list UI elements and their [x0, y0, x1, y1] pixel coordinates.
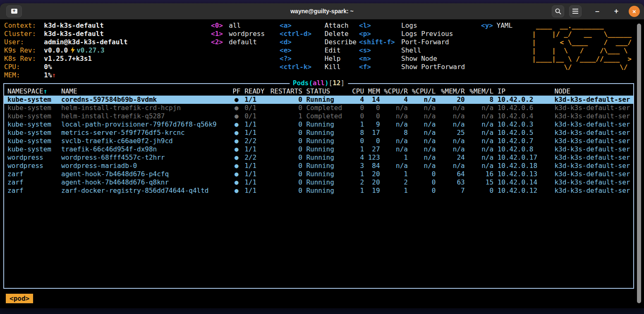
action-hotkey: <ctrl-k>Kill — [280, 63, 357, 71]
column-header[interactable]: IP — [498, 87, 551, 96]
cell-restarts: 0 — [271, 129, 302, 137]
table-row[interactable]: kube-systemsvclb-traefik-c66ae0f2-jh9cd●… — [4, 137, 633, 145]
cluster-info-value: admin@k3d-k3s-default — [44, 38, 127, 46]
cell-namespace: kube-system — [7, 120, 57, 129]
cluster-info-row: K9s Rev:v0.0.0v0.27.3 — [4, 46, 128, 55]
search-button[interactable] — [552, 5, 564, 17]
cluster-info-row: Cluster:k3d-k3s-default — [4, 30, 128, 38]
column-header[interactable]: %MEM/R — [440, 87, 465, 96]
column-header[interactable]: READY — [244, 87, 266, 96]
table-row[interactable]: zarfagent-hook-7b4648d676-q8knr●1/10Runn… — [4, 178, 633, 187]
hotkey-key: <f> — [359, 63, 401, 71]
hotkey-key: <0> — [211, 22, 229, 30]
maximize-button[interactable]: + — [611, 7, 621, 16]
cell-node: k3d-k3s-default-ser — [554, 112, 633, 120]
table-row[interactable]: kube-systemlocal-path-provisioner-79f67d… — [4, 120, 633, 129]
cell-mem-l: n/a — [469, 120, 493, 129]
cell-cpu-l: n/a — [412, 104, 436, 112]
column-header[interactable]: NODE — [554, 87, 633, 96]
hotkey-key: <n> — [359, 55, 401, 63]
cluster-info-row: Context:k3d-k3s-default — [4, 22, 128, 30]
action-hotkey: <?>Help — [280, 55, 357, 63]
scrollbar-thumb[interactable] — [637, 24, 641, 303]
table-row[interactable]: kube-systemcoredns-597584b69b-8vdmk●1/10… — [4, 96, 633, 104]
namespace-hotkeys: <0>all<1>wordpress<2>default — [211, 22, 265, 46]
new-tab-button[interactable] — [6, 5, 22, 17]
cell-status: Running — [306, 170, 348, 178]
resource-name: Pods — [293, 79, 309, 87]
cell-restarts: 0 — [271, 170, 302, 178]
cell-node: k3d-k3s-default-ser — [554, 178, 633, 187]
cluster-info-panel: Context:k3d-k3s-defaultCluster:k3d-k3s-d… — [4, 22, 128, 79]
cell-ready: 1/1 — [244, 162, 266, 170]
column-header[interactable]: %CPU/R — [384, 87, 408, 96]
cell-restarts: 0 — [271, 187, 302, 195]
cell-ip: 10.42.0.17 — [498, 153, 551, 162]
cell-mem-r: n/a — [440, 112, 465, 120]
column-header[interactable]: STATUS — [306, 87, 348, 96]
menu-button[interactable] — [569, 5, 582, 17]
cell-mem-l: 16 — [469, 170, 493, 178]
cell-mem-r: n/a — [440, 120, 465, 129]
table-row[interactable]: wordpresswordpress-mariadb-0●1/10Running… — [4, 162, 633, 170]
column-header[interactable]: %CPU/L — [412, 87, 436, 96]
pods-table-frame: Pods(all)[12] NAMESPACE↑NAMEPFREADYRESTA… — [3, 83, 634, 289]
hotkey-label: Help — [325, 55, 341, 62]
cell-node: k3d-k3s-default-ser — [554, 153, 633, 162]
pf-indicator-icon: ● — [232, 112, 240, 120]
cell-mem: 20 — [368, 178, 380, 187]
table-body: kube-systemcoredns-597584b69b-8vdmk●1/10… — [4, 96, 633, 195]
cell-cpu-l: n/a — [412, 162, 436, 170]
column-header[interactable]: %MEM/L — [469, 87, 493, 96]
cell-ip: 10.42.0.4 — [498, 112, 551, 120]
column-header[interactable]: RESTARTS — [271, 87, 302, 96]
cell-mem-l: n/a — [469, 145, 493, 153]
cell-cpu: 4 — [352, 96, 364, 104]
cell-ip: 10.42.0.18 — [498, 162, 551, 170]
minimize-button[interactable]: – — [592, 7, 602, 16]
cluster-info-value: k3d-k3s-default — [44, 30, 104, 38]
cell-ready: 1/1 — [244, 120, 266, 129]
resource-breadcrumb: <pod> — [6, 294, 33, 303]
cell-cpu: 2 — [352, 178, 364, 187]
action-hotkey: <d>Describe — [280, 38, 357, 46]
table-row[interactable]: kube-systemhelm-install-traefik-crd-hcpj… — [4, 104, 633, 112]
action-hotkey: <f>Show PortForward — [359, 63, 465, 71]
pods-table-title: Pods(all)[12] — [290, 79, 348, 87]
cell-name: local-path-provisioner-79f67d76f8-q56k9 — [61, 120, 229, 129]
search-icon — [555, 8, 562, 15]
column-header[interactable]: PF — [232, 87, 240, 96]
table-row[interactable]: zarfagent-hook-7b4648d676-p4cfq●1/10Runn… — [4, 170, 633, 178]
column-header[interactable]: MEM — [368, 87, 380, 96]
cell-ready: 2/2 — [244, 153, 266, 162]
new-tab-icon — [11, 9, 17, 14]
cell-mem-r: n/a — [440, 145, 465, 153]
cell-cpu-r: n/a — [384, 104, 408, 112]
column-header[interactable]: NAME — [61, 87, 229, 96]
hotkey-key: <2> — [211, 38, 229, 46]
cell-node: k3d-k3s-default-ser — [554, 96, 633, 104]
cell-restarts: 0 — [271, 178, 302, 187]
table-row[interactable]: wordpresswordpress-68fff4557c-t2hrr●2/20… — [4, 153, 633, 162]
cell-mem-l: n/a — [469, 162, 493, 170]
table-row[interactable]: zarfzarf-docker-registry-856dd74644-q4lt… — [4, 187, 633, 195]
table-row[interactable]: kube-systemmetrics-server-5f9f776df5-krc… — [4, 129, 633, 137]
hotkey-label: Port-Forward — [401, 38, 449, 46]
titlebar[interactable]: wayne@guilty-spark: ~ – + × — [0, 3, 644, 19]
cell-ready: 1/1 — [244, 129, 266, 137]
cell-namespace: kube-system — [7, 145, 57, 153]
cell-mem-l: 8 — [469, 96, 493, 104]
column-header[interactable]: CPU — [352, 87, 364, 96]
hotkey-label: all — [229, 22, 241, 29]
cell-ip: 10.42.0.2 — [498, 96, 551, 104]
pf-indicator-icon: ● — [232, 187, 240, 195]
table-row[interactable]: kube-systemhelm-install-traefik-q5287●0/… — [4, 112, 633, 120]
table-row[interactable]: kube-systemtraefik-66c46d954f-dx98n●1/10… — [4, 145, 633, 153]
pf-indicator-icon: ● — [232, 120, 240, 129]
close-button[interactable]: × — [629, 6, 640, 17]
cell-name: helm-install-traefik-crd-hcpjn — [61, 104, 229, 112]
cell-mem: 17 — [368, 129, 380, 137]
cell-mem-r: 20 — [440, 96, 465, 104]
column-header[interactable]: NAMESPACE↑ — [7, 87, 57, 96]
hotkey-label: Show Node — [401, 55, 437, 62]
